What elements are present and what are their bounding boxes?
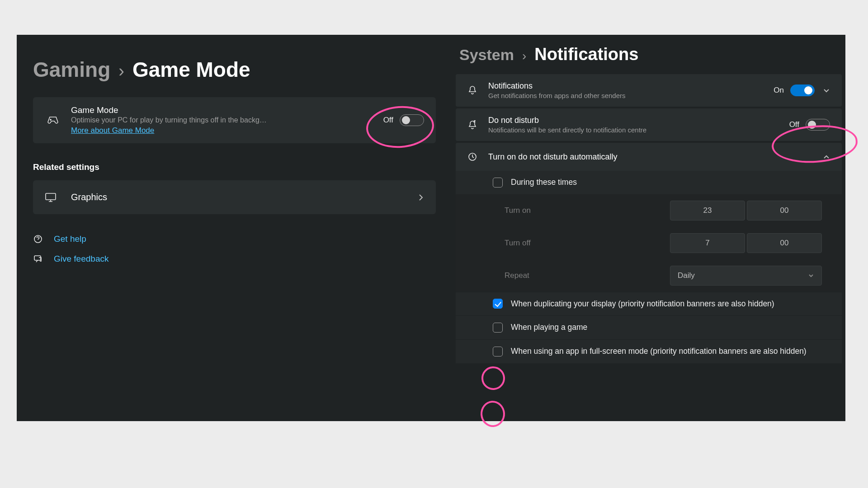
dnd-card: Do not disturb Notifications will be sen… [456,108,842,141]
breadcrumb-current: Notifications [534,45,638,64]
svg-rect-2 [34,256,41,260]
notifications-title: Notifications [488,81,764,91]
toggle-state-label: Off [789,120,799,129]
auto-dnd-title: Turn on do not disturb automatically [488,152,814,162]
during-times-label: During these times [511,177,577,188]
get-help-link[interactable]: Get help [33,234,436,244]
notifications-toggle[interactable]: On [774,84,815,96]
dup-display-checkbox[interactable] [493,299,503,309]
settings-panel-gaming: Gaming › Game Mode Game Mode Optimise yo… [17,35,452,421]
chevron-right-icon: › [522,49,526,63]
fullscreen-row[interactable]: When using an app in full-screen mode (p… [456,339,842,363]
playing-game-row[interactable]: When playing a game [456,315,842,339]
repeat-label: Repeat [505,271,661,280]
toggle-switch[interactable] [790,84,815,96]
display-icon [45,192,61,202]
game-mode-card: Game Mode Optimise your PC for play by t… [33,97,436,143]
dnd-title: Do not disturb [488,116,780,125]
dup-display-row[interactable]: When duplicating your display (priority … [456,292,842,316]
during-times-row[interactable]: During these times [456,171,842,194]
breadcrumb-current: Game Mode [132,57,250,82]
toggle-switch[interactable] [400,114,424,126]
toggle-state-label: Off [383,116,393,125]
settings-panel-notifications: System › Notifications Notifications Get… [452,35,845,421]
repeat-value: Daily [678,271,695,280]
game-mode-toggle[interactable]: Off [383,114,424,126]
help-icon [33,234,45,244]
dnd-toggle[interactable]: Off [789,119,830,131]
graphics-row[interactable]: Graphics [33,180,436,214]
turn-off-hour[interactable]: 7 [670,233,745,253]
playing-game-checkbox[interactable] [493,323,503,333]
chevron-down-icon[interactable] [823,87,830,94]
breadcrumb-parent[interactable]: System [459,46,514,64]
notifications-desc: Get notifications from apps and other se… [488,92,764,99]
dnd-bell-icon [466,119,479,130]
gamepad-icon [45,115,61,125]
game-mode-more-link[interactable]: More about Game Mode [71,126,154,135]
playing-game-label: When playing a game [511,322,587,333]
repeat-row: Repeat Daily [456,259,842,292]
chevron-down-icon [808,273,814,278]
game-mode-title: Game Mode [71,105,373,115]
get-help-label: Get help [54,234,86,244]
dnd-desc: Notifications will be sent directly to n… [488,126,780,134]
dup-display-label: When duplicating your display (priority … [511,299,774,310]
svg-rect-0 [46,193,56,200]
chevron-up-icon [823,154,830,160]
related-settings-heading: Related settings [33,162,436,172]
turn-off-time-row: Turn off 7 00 [456,227,842,259]
auto-dnd-section: Turn on do not disturb automatically Dur… [456,143,842,363]
give-feedback-label: Give feedback [54,254,108,264]
breadcrumb-parent[interactable]: Gaming [33,57,110,82]
turn-on-label: Turn on [505,206,661,215]
toggle-switch[interactable] [806,119,830,131]
turn-off-label: Turn off [505,239,661,248]
breadcrumb: System › Notifications [456,37,842,74]
bell-icon [466,85,479,96]
notifications-card[interactable]: Notifications Get notifications from app… [456,74,842,107]
feedback-icon [33,254,45,264]
turn-on-time-row: Turn on 23 00 [456,194,842,227]
toggle-state-label: On [774,86,784,95]
repeat-select[interactable]: Daily [670,266,822,286]
chevron-right-icon: › [118,61,124,81]
turn-off-minute[interactable]: 00 [747,233,822,253]
turn-on-hour[interactable]: 23 [670,201,745,221]
graphics-label: Graphics [71,192,408,202]
fullscreen-checkbox[interactable] [493,347,503,357]
game-mode-desc: Optimise your PC for play by turning thi… [71,116,373,124]
fullscreen-label: When using an app in full-screen mode (p… [511,346,807,357]
clock-icon [466,152,479,162]
during-times-checkbox[interactable] [493,178,503,188]
auto-dnd-header[interactable]: Turn on do not disturb automatically [456,143,842,171]
give-feedback-link[interactable]: Give feedback [33,254,436,264]
turn-on-minute[interactable]: 00 [747,201,822,221]
breadcrumb: Gaming › Game Mode [33,57,436,82]
chevron-right-icon [418,193,424,202]
